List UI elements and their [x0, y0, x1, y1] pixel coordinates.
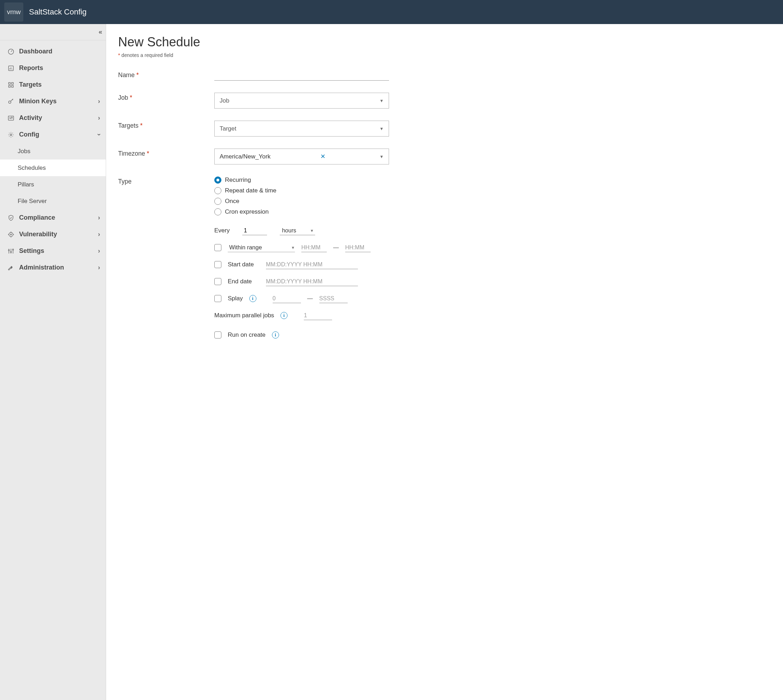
svg-rect-7: [8, 116, 14, 120]
max-parallel-input[interactable]: [304, 311, 332, 320]
sidebar-item-label: Vulnerability: [19, 231, 57, 238]
radio-icon: [214, 208, 222, 215]
sidebar-item-settings[interactable]: Settings ›: [0, 243, 106, 259]
end-date-input[interactable]: [266, 277, 358, 286]
range-start-input[interactable]: [302, 243, 327, 252]
info-icon[interactable]: i: [280, 312, 288, 319]
wrench-icon: [7, 264, 15, 272]
recurring-details: Every hours ▼ Within range ▼: [214, 226, 389, 338]
sidebar-item-label: Activity: [19, 114, 42, 122]
row-type: Type Recurring Repeat date & time Once: [118, 177, 765, 338]
radio-recurring[interactable]: Recurring: [214, 177, 389, 183]
radio-once[interactable]: Once: [214, 198, 389, 205]
splay-checkbox[interactable]: [214, 295, 222, 302]
sidebar-config-children: Jobs Schedules Pillars File Server: [0, 143, 106, 209]
sidebar-subitem-schedules[interactable]: Schedules: [0, 160, 106, 176]
sidebar-item-label: Settings: [19, 247, 44, 255]
vmw-logo-text: vmw: [7, 8, 20, 16]
splay-min-input[interactable]: [273, 294, 301, 303]
every-line: Every hours ▼: [214, 226, 389, 235]
sidebar-item-targets[interactable]: Targets: [0, 77, 106, 93]
sidebar-collapse-row: «: [0, 24, 106, 40]
within-range-select[interactable]: Within range ▼: [228, 243, 295, 252]
within-range-checkbox[interactable]: [214, 244, 222, 251]
timezone-select[interactable]: America/New_York ✕ ▼: [214, 148, 389, 165]
sidebar-nav: Dashboard Reports Targets Minion Keys: [0, 40, 106, 276]
every-value-input[interactable]: [242, 226, 267, 235]
start-date-input[interactable]: [266, 260, 358, 269]
radio-icon: [214, 198, 222, 205]
caret-down-icon: ▼: [380, 126, 384, 131]
chevron-right-icon: ›: [98, 247, 100, 255]
vmw-logo: vmw: [4, 2, 23, 22]
run-on-create-label: Run on create: [228, 332, 266, 338]
radio-cron[interactable]: Cron expression: [214, 208, 389, 215]
row-targets: Targets * Target ▼: [118, 121, 765, 137]
svg-point-9: [9, 232, 13, 237]
run-on-create-line: Run on create i: [214, 332, 389, 338]
chevron-down-icon: ›: [95, 134, 103, 136]
targets-select-value: Target: [220, 125, 236, 132]
sidebar-subitem-label: Schedules: [18, 165, 46, 172]
chevron-right-icon: ›: [98, 231, 100, 238]
sidebar-item-activity[interactable]: Activity ›: [0, 110, 106, 126]
svg-rect-3: [12, 82, 13, 84]
svg-point-11: [8, 249, 10, 250]
sidebar-item-minion-keys[interactable]: Minion Keys ›: [0, 93, 106, 110]
row-timezone: Timezone * America/New_York ✕ ▼: [118, 148, 765, 165]
chart-icon: [7, 64, 15, 72]
end-date-checkbox[interactable]: [214, 278, 222, 285]
start-date-checkbox[interactable]: [214, 261, 222, 268]
chevron-right-icon: ›: [98, 264, 100, 271]
every-unit-select[interactable]: hours ▼: [280, 226, 315, 235]
sidebar-item-label: Config: [19, 131, 39, 138]
sidebar-item-dashboard[interactable]: Dashboard: [0, 43, 106, 60]
grid-icon: [7, 81, 15, 89]
name-input[interactable]: [214, 70, 389, 81]
start-date-line: Start date: [214, 260, 389, 269]
radio-label: Cron expression: [225, 208, 269, 215]
sidebar-item-label: Reports: [19, 64, 43, 72]
sidebar-collapse-icon[interactable]: «: [99, 28, 100, 36]
sidebar-item-label: Dashboard: [19, 48, 52, 55]
splay-dash: —: [307, 295, 313, 302]
sidebar-subitem-label: File Server: [18, 198, 47, 205]
sidebar-subitem-file-server[interactable]: File Server: [0, 193, 106, 209]
info-icon[interactable]: i: [249, 295, 257, 302]
activity-icon: [7, 114, 15, 122]
sidebar-subitem-label: Jobs: [18, 148, 30, 155]
label-targets: Targets *: [118, 121, 214, 130]
sidebar-item-reports[interactable]: Reports: [0, 60, 106, 77]
sidebar-subitem-jobs[interactable]: Jobs: [0, 143, 106, 160]
caret-down-icon: ▼: [380, 154, 384, 159]
clear-icon[interactable]: ✕: [320, 153, 325, 160]
gauge-icon: [7, 48, 15, 55]
splay-max-input[interactable]: [319, 294, 348, 303]
chevron-right-icon: ›: [98, 114, 100, 122]
sidebar-item-config[interactable]: Config ›: [0, 126, 106, 143]
svg-point-13: [12, 249, 13, 250]
row-job: Job * Job ▼: [118, 93, 765, 108]
job-select-value: Job: [220, 97, 229, 104]
end-date-label: End date: [228, 278, 260, 285]
sidebar-subitem-pillars[interactable]: Pillars: [0, 176, 106, 193]
radio-label: Recurring: [225, 177, 251, 183]
required-note-text: denotes a required field: [120, 52, 173, 58]
targets-select[interactable]: Target ▼: [214, 121, 389, 137]
run-on-create-checkbox[interactable]: [214, 332, 222, 338]
svg-rect-4: [8, 85, 10, 87]
sidebar-item-label: Administration: [19, 264, 64, 271]
radio-repeat-datetime[interactable]: Repeat date & time: [214, 187, 389, 194]
shield-icon: [7, 214, 15, 222]
sidebar-subitem-label: Pillars: [18, 181, 34, 188]
info-icon[interactable]: i: [272, 332, 279, 338]
type-radio-group: Recurring Repeat date & time Once Cron e…: [214, 177, 389, 215]
sidebar-item-administration[interactable]: Administration ›: [0, 259, 106, 276]
page-title: New Schedule: [118, 35, 765, 50]
range-end-input[interactable]: [345, 243, 371, 252]
app-header: vmw SaltStack Config: [0, 0, 783, 24]
sidebar-item-compliance[interactable]: Compliance ›: [0, 209, 106, 226]
job-select[interactable]: Job ▼: [214, 93, 389, 108]
radio-label: Repeat date & time: [225, 187, 277, 194]
sidebar-item-vulnerability[interactable]: Vulnerability ›: [0, 226, 106, 243]
